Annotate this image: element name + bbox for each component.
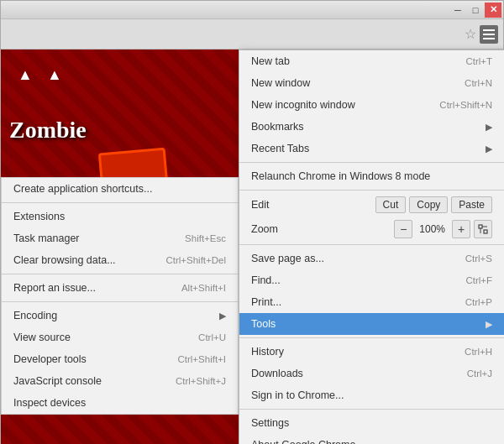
menu-item-recent-tabs[interactable]: Recent Tabs ▶ [239,138,504,159]
arrow-right: ▲ [47,66,62,84]
left-menu-item-report-issue[interactable]: Report an issue... Alt+Shift+I [2,277,238,299]
fullscreen-icon [478,224,488,234]
zoom-value: 100% [412,223,452,235]
title-bar: ─ □ ✕ [1,1,503,19]
menu-sep-1 [239,162,504,163]
zoom-minus-button[interactable]: − [394,220,412,238]
menu-zoom-row: Zoom − 100% + [239,217,504,242]
menu-item-sign-in[interactable]: Sign in to Chrome... [239,384,504,406]
menu-item-settings[interactable]: Settings [239,412,504,434]
menu-item-tools[interactable]: Tools ▶ [239,313,504,335]
menu-line-3 [483,38,495,39]
menu-line-2 [483,34,495,35]
menu-sep-3 [239,244,504,245]
svg-rect-1 [484,230,487,233]
menu-edit-row: Edit Cut Copy Paste [239,193,504,217]
menu-item-new-tab[interactable]: New tab Ctrl+T [239,50,504,72]
minimize-button[interactable]: ─ [449,3,466,18]
browser-toolbar: ☆ [1,19,503,50]
left-menu-item-view-source[interactable]: View source Ctrl+U [2,326,238,348]
close-button[interactable]: ✕ [485,3,501,18]
zoom-label: Zoom [251,223,394,235]
left-menu-item-task-manager[interactable]: Task manager Shift+Esc [2,227,238,249]
left-menu-item-developer-tools[interactable]: Developer tools Ctrl+Shift+I [2,348,238,370]
star-icon[interactable]: ☆ [465,26,476,42]
menu-item-save-page[interactable]: Save page as... Ctrl+S [239,248,504,269]
menu-item-print[interactable]: Print... Ctrl+P [239,291,504,313]
menu-sep-2 [239,190,504,191]
window-frame: ─ □ ✕ ☆ ▲ ▲ DA INFECT QUAR [0,0,504,444]
left-menu-item-clear-browsing[interactable]: Clear browsing data... Ctrl+Shift+Del [2,249,238,271]
fullscreen-button[interactable] [474,220,492,238]
copy-button[interactable]: Copy [409,196,448,213]
left-menu-item-encoding[interactable]: Encoding ▶ [2,305,238,326]
left-menu-separator-1 [2,202,238,203]
menu-item-relaunch[interactable]: Relaunch Chrome in Windows 8 mode [239,165,504,187]
menu-item-bookmarks[interactable]: Bookmarks ▶ [239,116,504,138]
cut-button[interactable]: Cut [375,196,407,213]
menu-item-about[interactable]: About Google Chrome [239,434,504,444]
menu-item-new-incognito[interactable]: New incognito window Ctrl+Shift+N [239,94,504,116]
menu-sep-5 [239,409,504,410]
svg-rect-0 [479,225,482,228]
menu-sep-4 [239,337,504,338]
zoom-plus-button[interactable]: + [452,220,470,238]
toolbar-right: ☆ [465,25,498,44]
chrome-menu-button[interactable] [480,25,498,44]
left-menu-item-extensions[interactable]: Extensions [2,206,238,227]
arrow-left: ▲ [18,66,33,84]
edit-label: Edit [251,199,372,211]
left-menu-item-inspect-devices[interactable]: Inspect devices [2,392,238,414]
left-menu-item-create-shortcuts[interactable]: Create application shortcuts... [2,178,238,200]
left-context-menu: Create application shortcuts... Extensio… [1,177,239,415]
menu-item-history[interactable]: History Ctrl+H [239,341,504,363]
menu-item-find[interactable]: Find... Ctrl+F [239,269,504,291]
maximize-button[interactable]: □ [467,3,484,18]
menu-line-1 [483,29,495,31]
chrome-dropdown-menu: New tab Ctrl+T New window Ctrl+N New inc… [239,50,504,444]
left-menu-separator-2 [2,274,238,274]
menu-item-new-window[interactable]: New window Ctrl+N [239,72,504,94]
menu-item-downloads[interactable]: Downloads Ctrl+J [239,363,504,384]
left-menu-separator-3 [2,301,238,302]
paste-button[interactable]: Paste [451,196,492,213]
left-menu-item-js-console[interactable]: JavaScript console Ctrl+Shift+J [2,370,238,392]
